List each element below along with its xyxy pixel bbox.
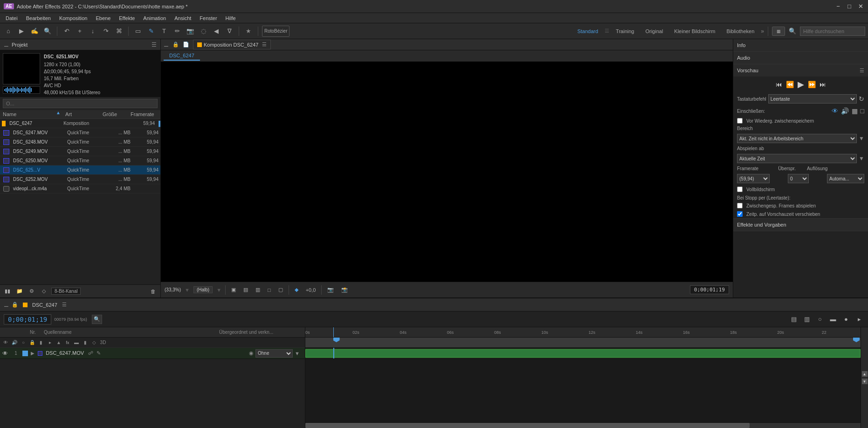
select-tool[interactable]: ▶ (16, 26, 27, 37)
brush-tool[interactable]: ✏ (172, 26, 183, 37)
undo-tool[interactable]: ↶ (61, 26, 72, 37)
step-forward-btn[interactable]: ⏩ (808, 79, 816, 90)
workspace-training[interactable]: Training (611, 27, 639, 35)
play-btn[interactable]: ▶ (798, 79, 804, 90)
collapse-btn[interactable]: ▸ (46, 339, 54, 346)
draft-mode-btn[interactable]: ▥ (802, 314, 812, 324)
project-row-3[interactable]: DSC_6249.MOV QuickTime ... MB 59,94 (0, 147, 160, 156)
abspielen-arrow[interactable]: ▼ (859, 155, 864, 162)
fx-btn[interactable]: fx (64, 339, 71, 346)
color-mode-btn[interactable]: ◇ (39, 287, 48, 296)
workspace-kleiner[interactable]: Kleiner Bildschirm (669, 27, 720, 35)
viewer-tab-main[interactable]: DSC_6247 (164, 51, 200, 61)
track-bar-1[interactable] (305, 349, 861, 358)
home-tool[interactable]: ⌂ (3, 26, 14, 37)
solo-btn[interactable]: ○ (20, 339, 27, 346)
workspace-bibliotheken[interactable]: Bibliotheken (722, 27, 759, 35)
layer-edit-icon-1[interactable]: ✎ (96, 350, 101, 356)
transparency-btn[interactable]: ▢ (276, 286, 285, 294)
quality-selector[interactable]: (Halb) (193, 286, 213, 293)
search-layers-btn[interactable]: 🔍 (92, 315, 102, 324)
reset-tastatur-btn[interactable]: ↻ (859, 95, 864, 103)
comp-tab-menu-icon[interactable]: ☰ (262, 41, 267, 48)
composition-viewer[interactable] (161, 62, 733, 282)
show-snapshot-btn[interactable]: 📸 (339, 286, 350, 294)
layer-link-icon-1[interactable]: ☍ (88, 350, 93, 356)
zwischengesp-checkbox[interactable] (737, 203, 743, 208)
aufloesung-select[interactable]: Automa... (827, 174, 864, 183)
video-toggle-btn[interactable]: 👁 (2, 339, 9, 346)
color-value-btn[interactable]: +0,0 (304, 286, 318, 294)
bit-depth-label[interactable]: 8-Bit-Kanal (51, 288, 81, 295)
grid-btn[interactable]: ▥ (254, 286, 262, 294)
menu-hilfe[interactable]: Hilfe (222, 14, 240, 22)
text-tool[interactable]: T (158, 26, 170, 37)
comp-settings-btn[interactable]: ▤ (789, 314, 799, 324)
project-search-input[interactable] (3, 99, 158, 108)
preview-section-header[interactable]: Vorschau ☰ (733, 64, 868, 76)
tastaturbefehl-select[interactable]: Leertaste (768, 94, 857, 104)
minimize-button[interactable]: − (834, 3, 842, 10)
zoom-level-display[interactable]: (33,3%) (165, 287, 181, 292)
menu-ansicht[interactable]: Ansicht (171, 14, 195, 22)
motblur-btn[interactable]: ▮ (82, 339, 89, 346)
motion-blur-btn[interactable]: ○ (815, 314, 825, 324)
search-icon-btn[interactable]: 🔍 (787, 26, 798, 37)
settings-btn[interactable]: ⚙ (27, 287, 36, 296)
workspace-original[interactable]: Original (641, 27, 668, 35)
plus-tool[interactable]: + (74, 26, 85, 37)
new-comp-btn[interactable]: ▮▮ (3, 287, 12, 296)
menu-datei[interactable]: Datei (2, 14, 21, 22)
roto-bezier-btn[interactable]: RotoBézier (262, 26, 289, 37)
more-workspaces[interactable]: » (761, 28, 764, 35)
end-marker[interactable] (853, 338, 860, 344)
parent-arrow-1[interactable]: ▼ (295, 351, 300, 356)
menu-bearbeiten[interactable]: Bearbeiten (22, 14, 55, 22)
project-row-4[interactable]: DSC_6250.MOV QuickTime ... MB 59,94 (0, 156, 160, 166)
comp-tab-main[interactable]: Komposition DSC_6247 ☰ (193, 40, 271, 49)
search-tool[interactable]: 🔍 (42, 26, 53, 37)
scroll-thumb[interactable] (305, 423, 750, 428)
snapshot-btn[interactable]: 📷 (325, 286, 336, 294)
frame-blending-btn[interactable]: ▬ (828, 314, 838, 324)
label-btn[interactable]: ▮ (37, 339, 45, 346)
track-expand-top-btn[interactable]: ▲ (862, 371, 868, 377)
pen-tool[interactable]: ✎ (145, 26, 157, 37)
skip-to-start-btn[interactable]: ⏮ (776, 79, 782, 90)
effekte-section-header[interactable]: Effekte und Vorgaben (733, 219, 868, 231)
close-button[interactable]: ✕ (857, 3, 864, 10)
menu-ebene[interactable]: Ebene (92, 14, 114, 22)
maximize-button[interactable]: □ (846, 3, 853, 10)
live-update-btn[interactable]: ● (841, 314, 851, 324)
timeline-menu-icon[interactable]: ☰ (62, 302, 67, 308)
project-row-1[interactable]: DSC_6247.MOV QuickTime ... MB 59,94 (0, 128, 160, 138)
star-tool[interactable]: ★ (243, 26, 254, 37)
zeitp-checkbox[interactable] (737, 211, 743, 217)
delete-btn[interactable]: 🗑 (148, 287, 158, 296)
safe-margins-btn[interactable]: ▤ (241, 286, 250, 294)
project-menu-icon[interactable]: ☰ (152, 41, 157, 48)
help-search-input[interactable] (800, 27, 865, 36)
redo-tool[interactable]: ↷ (100, 26, 111, 37)
grid-tool[interactable]: ⌘ (113, 26, 124, 37)
graph-editor-btn[interactable]: ▸ (854, 314, 864, 324)
step-back-btn[interactable]: ⏪ (786, 79, 794, 90)
puppet-tool[interactable]: ◀ (211, 26, 222, 37)
audio-toggle-btn[interactable]: 🔊 (11, 339, 18, 346)
info-section-header[interactable]: Info (733, 39, 868, 51)
timeline-ruler[interactable]: 0s 02s 04s 06s 08s 10s 12s 14s 16s 18s 2… (305, 327, 861, 338)
blend-btn[interactable]: ▬ (73, 339, 80, 346)
bereich-select[interactable]: Akt. Zeit nicht in Arbeitsbereich (737, 134, 857, 143)
menu-komposition[interactable]: Komposition (55, 14, 91, 22)
shy-btn[interactable]: ▲ (55, 339, 62, 346)
project-row-0[interactable]: DSC_6247 Komposition 59,94 ▐ (0, 119, 160, 128)
stamp-tool[interactable]: 📷 (185, 26, 196, 37)
preview-menu-icon[interactable]: ☰ (860, 68, 864, 74)
project-row-5[interactable]: DSC_625...V QuickTime ... MB 59,94 (0, 166, 160, 175)
bereich-arrow[interactable]: ▼ (859, 135, 864, 142)
comp-close-icon[interactable]: ⚊ (164, 41, 169, 48)
comp-time-display[interactable]: 0;00;01;19 (690, 285, 729, 294)
color-correction-btn[interactable]: ◆ (293, 286, 300, 294)
ueberspr-select[interactable]: 0 (788, 174, 809, 183)
vollbildschirm-checkbox[interactable] (737, 186, 743, 192)
